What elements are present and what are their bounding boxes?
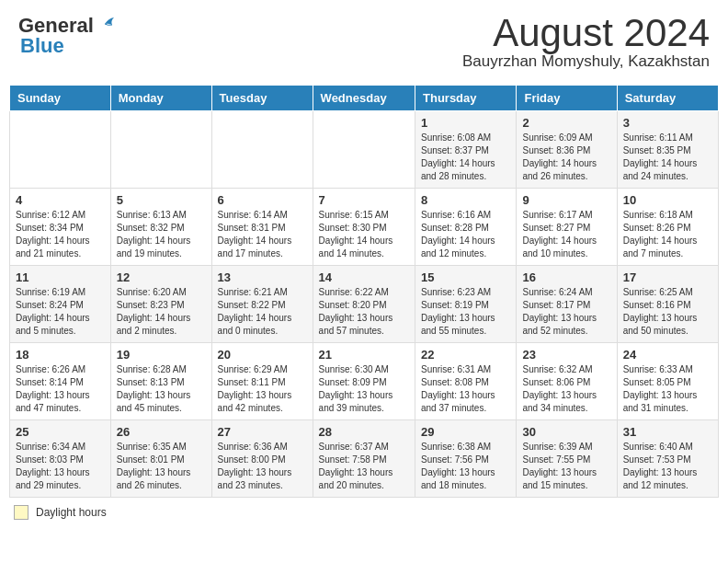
- calendar-cell: 20Sunrise: 6:29 AM Sunset: 8:11 PM Dayli…: [211, 343, 313, 420]
- page-header: General Blue August 2024 Bauyrzhan Momys…: [9, 9, 719, 75]
- day-info: Sunrise: 6:40 AM Sunset: 7:53 PM Dayligh…: [623, 441, 712, 492]
- calendar-cell: 28Sunrise: 6:37 AM Sunset: 7:58 PM Dayli…: [313, 420, 415, 498]
- calendar-cell: 29Sunrise: 6:38 AM Sunset: 7:56 PM Dayli…: [415, 420, 517, 498]
- calendar-week-row: 18Sunrise: 6:26 AM Sunset: 8:14 PM Dayli…: [10, 343, 719, 420]
- day-of-week-header: Thursday: [415, 86, 517, 111]
- day-number: 25: [16, 425, 105, 439]
- calendar-cell: 14Sunrise: 6:22 AM Sunset: 8:20 PM Dayli…: [313, 266, 415, 343]
- calendar-week-row: 1Sunrise: 6:08 AM Sunset: 8:37 PM Daylig…: [10, 111, 719, 189]
- calendar-table: SundayMondayTuesdayWednesdayThursdayFrid…: [9, 85, 719, 498]
- day-number: 24: [623, 348, 712, 362]
- page-subtitle: Bauyrzhan Momyshuly, Kazakhstan: [462, 52, 710, 71]
- calendar-cell: 6Sunrise: 6:14 AM Sunset: 8:31 PM Daylig…: [211, 189, 313, 266]
- day-info: Sunrise: 6:23 AM Sunset: 8:19 PM Dayligh…: [421, 286, 510, 338]
- logo-bird-icon: [96, 17, 116, 35]
- day-info: Sunrise: 6:09 AM Sunset: 8:36 PM Dayligh…: [522, 132, 610, 183]
- legend-label: Daylight hours: [36, 506, 107, 519]
- day-info: Sunrise: 6:37 AM Sunset: 7:58 PM Dayligh…: [319, 441, 409, 492]
- day-info: Sunrise: 6:17 AM Sunset: 8:27 PM Dayligh…: [522, 209, 610, 260]
- day-number: 22: [421, 348, 510, 362]
- day-number: 16: [522, 270, 610, 284]
- legend-box: [14, 505, 28, 520]
- calendar-cell: [10, 111, 111, 189]
- day-number: 12: [117, 270, 206, 284]
- calendar-header-row: SundayMondayTuesdayWednesdayThursdayFrid…: [10, 86, 719, 111]
- calendar-cell: [211, 111, 313, 189]
- day-info: Sunrise: 6:39 AM Sunset: 7:55 PM Dayligh…: [522, 441, 610, 492]
- calendar-cell: 30Sunrise: 6:39 AM Sunset: 7:55 PM Dayli…: [517, 420, 617, 498]
- day-number: 23: [522, 348, 610, 362]
- day-info: Sunrise: 6:24 AM Sunset: 8:17 PM Dayligh…: [522, 286, 610, 338]
- calendar-cell: 15Sunrise: 6:23 AM Sunset: 8:19 PM Dayli…: [415, 266, 517, 343]
- day-number: 17: [623, 270, 712, 284]
- day-number: 9: [522, 193, 610, 207]
- day-number: 28: [319, 425, 409, 439]
- day-info: Sunrise: 6:21 AM Sunset: 8:22 PM Dayligh…: [218, 286, 307, 338]
- calendar-cell: 27Sunrise: 6:36 AM Sunset: 8:00 PM Dayli…: [211, 420, 313, 498]
- day-info: Sunrise: 6:30 AM Sunset: 8:09 PM Dayligh…: [319, 363, 409, 415]
- calendar-cell: 7Sunrise: 6:15 AM Sunset: 8:30 PM Daylig…: [313, 189, 415, 266]
- day-number: 4: [16, 193, 105, 207]
- day-number: 18: [16, 348, 105, 362]
- calendar-cell: 23Sunrise: 6:32 AM Sunset: 8:06 PM Dayli…: [517, 343, 617, 420]
- day-info: Sunrise: 6:08 AM Sunset: 8:37 PM Dayligh…: [421, 132, 510, 183]
- day-number: 14: [319, 270, 409, 284]
- day-info: Sunrise: 6:38 AM Sunset: 7:56 PM Dayligh…: [421, 441, 510, 492]
- day-number: 15: [421, 270, 510, 284]
- day-info: Sunrise: 6:36 AM Sunset: 8:00 PM Dayligh…: [218, 441, 307, 492]
- calendar-cell: [313, 111, 415, 189]
- logo: General Blue: [18, 14, 116, 58]
- title-block: August 2024 Bauyrzhan Momyshuly, Kazakhs…: [462, 14, 710, 71]
- calendar-cell: 11Sunrise: 6:19 AM Sunset: 8:24 PM Dayli…: [10, 266, 111, 343]
- day-number: 20: [218, 348, 307, 362]
- day-info: Sunrise: 6:28 AM Sunset: 8:13 PM Dayligh…: [117, 363, 206, 415]
- calendar-cell: 5Sunrise: 6:13 AM Sunset: 8:32 PM Daylig…: [110, 189, 211, 266]
- day-info: Sunrise: 6:19 AM Sunset: 8:24 PM Dayligh…: [16, 286, 105, 338]
- calendar-cell: 24Sunrise: 6:33 AM Sunset: 8:05 PM Dayli…: [617, 343, 718, 420]
- logo-text-blue: Blue: [18, 34, 64, 58]
- day-info: Sunrise: 6:33 AM Sunset: 8:05 PM Dayligh…: [623, 363, 712, 415]
- calendar-cell: 12Sunrise: 6:20 AM Sunset: 8:23 PM Dayli…: [110, 266, 211, 343]
- day-number: 2: [522, 116, 610, 130]
- day-number: 27: [218, 425, 307, 439]
- day-info: Sunrise: 6:18 AM Sunset: 8:26 PM Dayligh…: [623, 209, 712, 260]
- day-info: Sunrise: 6:13 AM Sunset: 8:32 PM Dayligh…: [117, 209, 206, 260]
- day-number: 7: [319, 193, 409, 207]
- calendar-cell: [110, 111, 211, 189]
- day-number: 5: [117, 193, 206, 207]
- calendar-cell: 2Sunrise: 6:09 AM Sunset: 8:36 PM Daylig…: [517, 111, 617, 189]
- calendar-week-row: 4Sunrise: 6:12 AM Sunset: 8:34 PM Daylig…: [10, 189, 719, 266]
- page-title: August 2024: [462, 14, 710, 52]
- day-info: Sunrise: 6:14 AM Sunset: 8:31 PM Dayligh…: [218, 209, 307, 260]
- day-number: 11: [16, 270, 105, 284]
- day-number: 8: [421, 193, 510, 207]
- calendar-cell: 18Sunrise: 6:26 AM Sunset: 8:14 PM Dayli…: [10, 343, 111, 420]
- calendar-cell: 9Sunrise: 6:17 AM Sunset: 8:27 PM Daylig…: [517, 189, 617, 266]
- day-info: Sunrise: 6:29 AM Sunset: 8:11 PM Dayligh…: [218, 363, 307, 415]
- day-info: Sunrise: 6:20 AM Sunset: 8:23 PM Dayligh…: [117, 286, 206, 338]
- day-of-week-header: Friday: [517, 86, 617, 111]
- day-info: Sunrise: 6:26 AM Sunset: 8:14 PM Dayligh…: [16, 363, 105, 415]
- day-of-week-header: Tuesday: [211, 86, 313, 111]
- day-info: Sunrise: 6:31 AM Sunset: 8:08 PM Dayligh…: [421, 363, 510, 415]
- day-number: 31: [623, 425, 712, 439]
- day-info: Sunrise: 6:34 AM Sunset: 8:03 PM Dayligh…: [16, 441, 105, 492]
- day-info: Sunrise: 6:12 AM Sunset: 8:34 PM Dayligh…: [16, 209, 105, 260]
- day-number: 10: [623, 193, 712, 207]
- day-of-week-header: Sunday: [10, 86, 111, 111]
- day-info: Sunrise: 6:35 AM Sunset: 8:01 PM Dayligh…: [117, 441, 206, 492]
- calendar-cell: 3Sunrise: 6:11 AM Sunset: 8:35 PM Daylig…: [617, 111, 718, 189]
- day-of-week-header: Saturday: [617, 86, 718, 111]
- calendar-cell: 22Sunrise: 6:31 AM Sunset: 8:08 PM Dayli…: [415, 343, 517, 420]
- day-info: Sunrise: 6:11 AM Sunset: 8:35 PM Dayligh…: [623, 132, 712, 183]
- calendar-week-row: 25Sunrise: 6:34 AM Sunset: 8:03 PM Dayli…: [10, 420, 719, 498]
- day-info: Sunrise: 6:16 AM Sunset: 8:28 PM Dayligh…: [421, 209, 510, 260]
- calendar-cell: 25Sunrise: 6:34 AM Sunset: 8:03 PM Dayli…: [10, 420, 111, 498]
- calendar-cell: 21Sunrise: 6:30 AM Sunset: 8:09 PM Dayli…: [313, 343, 415, 420]
- calendar-cell: 13Sunrise: 6:21 AM Sunset: 8:22 PM Dayli…: [211, 266, 313, 343]
- day-info: Sunrise: 6:15 AM Sunset: 8:30 PM Dayligh…: [319, 209, 409, 260]
- calendar-cell: 16Sunrise: 6:24 AM Sunset: 8:17 PM Dayli…: [517, 266, 617, 343]
- day-of-week-header: Monday: [110, 86, 211, 111]
- day-number: 1: [421, 116, 510, 130]
- calendar-cell: 4Sunrise: 6:12 AM Sunset: 8:34 PM Daylig…: [10, 189, 111, 266]
